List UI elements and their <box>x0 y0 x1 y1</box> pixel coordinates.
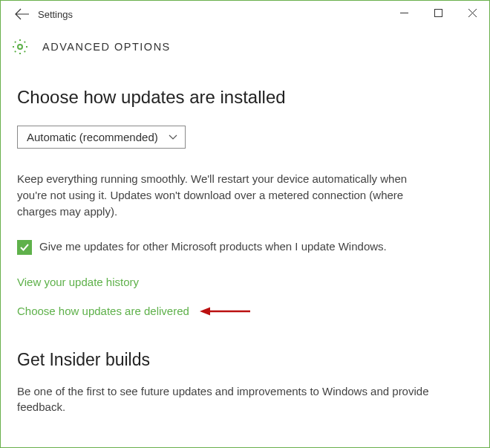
titlebar: Settings <box>1 1 489 27</box>
section-heading-install: Choose how updates are installed <box>17 87 473 108</box>
subheader: ADVANCED OPTIONS <box>1 27 489 74</box>
maximize-icon <box>434 9 442 17</box>
checkmark-icon <box>19 242 30 253</box>
arrow-left-icon <box>15 8 30 20</box>
install-mode-dropdown[interactable]: Automatic (recommended) <box>17 126 186 149</box>
minimize-icon <box>400 9 408 17</box>
chevron-down-icon <box>169 134 177 140</box>
close-icon <box>468 9 477 17</box>
dropdown-selected-value: Automatic (recommended) <box>27 131 158 143</box>
view-update-history-link[interactable]: View your update history <box>17 276 473 288</box>
app-title: Settings <box>38 9 73 20</box>
content-area: Choose how updates are installed Automat… <box>1 87 489 415</box>
svg-point-1 <box>18 45 22 49</box>
svg-marker-3 <box>200 307 210 315</box>
choose-delivery-link[interactable]: Choose how updates are delivered <box>17 305 189 317</box>
other-products-checkbox-row: Give me updates for other Microsoft prod… <box>17 238 473 255</box>
maximize-button[interactable] <box>421 1 455 25</box>
install-description: Keep everything running smoothly. We'll … <box>17 171 433 219</box>
minimize-button[interactable] <box>387 1 421 25</box>
section-heading-insider: Get Insider builds <box>17 350 473 370</box>
page-title: ADVANCED OPTIONS <box>42 41 171 53</box>
back-button[interactable] <box>8 1 36 27</box>
window-controls <box>387 1 489 25</box>
annotation-arrow-icon <box>200 305 252 317</box>
other-products-checkbox[interactable] <box>17 240 32 255</box>
gear-icon <box>11 38 29 56</box>
delivery-link-row: Choose how updates are delivered <box>17 305 473 317</box>
close-button[interactable] <box>455 1 489 25</box>
svg-rect-0 <box>434 9 442 16</box>
other-products-label: Give me updates for other Microsoft prod… <box>39 238 387 254</box>
insider-description: Be one of the first to see future update… <box>17 383 433 415</box>
